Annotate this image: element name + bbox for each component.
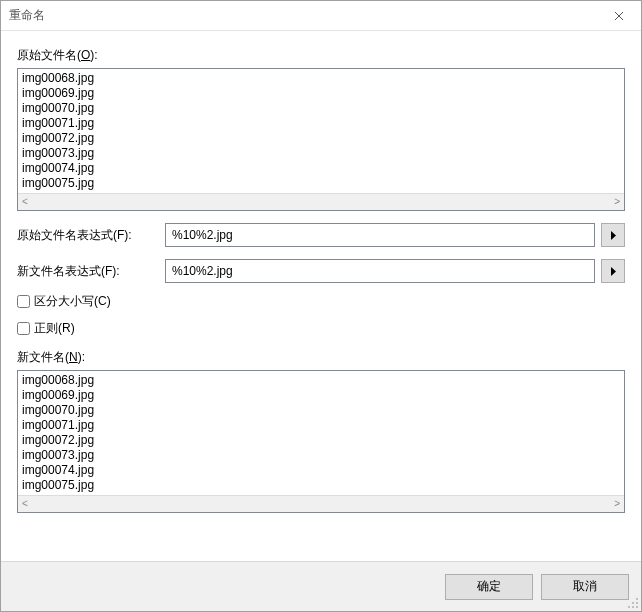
list-item[interactable]: img00072.jpg	[22, 131, 620, 146]
original-expression-menu-button[interactable]	[601, 223, 625, 247]
new-filenames-listbox[interactable]: img00068.jpgimg00069.jpgimg00070.jpgimg0…	[18, 371, 624, 495]
titlebar: 重命名	[1, 1, 641, 31]
cancel-button[interactable]: 取消	[541, 574, 629, 600]
regex-row: 正则(R)	[17, 320, 625, 337]
list-item[interactable]: img00068.jpg	[22, 373, 620, 388]
horizontal-scrollbar[interactable]: < >	[18, 495, 624, 512]
svg-point-1	[632, 602, 634, 604]
svg-point-4	[632, 606, 634, 608]
horizontal-scrollbar[interactable]: < >	[18, 193, 624, 210]
window-title: 重命名	[9, 7, 45, 24]
list-item[interactable]: img00074.jpg	[22, 463, 620, 478]
new-filenames-listbox-wrap: img00068.jpgimg00069.jpgimg00070.jpgimg0…	[17, 370, 625, 513]
original-filenames-label: 原始文件名(O):	[17, 47, 625, 64]
list-item[interactable]: img00069.jpg	[22, 86, 620, 101]
svg-point-2	[636, 602, 638, 604]
regex-checkbox[interactable]	[17, 322, 30, 335]
scroll-left-icon[interactable]: <	[22, 197, 28, 207]
regex-label[interactable]: 正则(R)	[34, 320, 75, 337]
svg-point-5	[636, 606, 638, 608]
close-button[interactable]	[597, 1, 641, 31]
list-item[interactable]: img00073.jpg	[22, 146, 620, 161]
list-item[interactable]: img00071.jpg	[22, 116, 620, 131]
scroll-right-icon[interactable]: >	[614, 499, 620, 509]
resize-grip-icon[interactable]	[627, 597, 639, 609]
list-item[interactable]: img00074.jpg	[22, 161, 620, 176]
play-icon	[610, 267, 617, 276]
scroll-left-icon[interactable]: <	[22, 499, 28, 509]
dialog-content: 原始文件名(O): img00068.jpgimg00069.jpgimg000…	[1, 31, 641, 561]
new-expression-label: 新文件名表达式(F):	[17, 263, 159, 280]
close-icon	[614, 11, 624, 21]
list-item[interactable]: img00075.jpg	[22, 176, 620, 191]
new-expression-input[interactable]	[165, 259, 595, 283]
svg-point-0	[636, 598, 638, 600]
ok-button[interactable]: 确定	[445, 574, 533, 600]
original-expression-row: 原始文件名表达式(F):	[17, 223, 625, 247]
original-filenames-listbox-wrap: img00068.jpgimg00069.jpgimg00070.jpgimg0…	[17, 68, 625, 211]
case-sensitive-row: 区分大小写(C)	[17, 293, 625, 310]
scroll-right-icon[interactable]: >	[614, 197, 620, 207]
list-item[interactable]: img00072.jpg	[22, 433, 620, 448]
original-filenames-listbox[interactable]: img00068.jpgimg00069.jpgimg00070.jpgimg0…	[18, 69, 624, 193]
case-sensitive-checkbox[interactable]	[17, 295, 30, 308]
rename-dialog: 重命名 原始文件名(O): img00068.jpgimg00069.jpgim…	[0, 0, 642, 612]
original-expression-label: 原始文件名表达式(F):	[17, 227, 159, 244]
list-item[interactable]: img00070.jpg	[22, 101, 620, 116]
list-item[interactable]: img00071.jpg	[22, 418, 620, 433]
dialog-footer: 确定 取消	[1, 561, 641, 611]
new-filenames-label: 新文件名(N):	[17, 349, 625, 366]
svg-point-3	[628, 606, 630, 608]
new-expression-row: 新文件名表达式(F):	[17, 259, 625, 283]
play-icon	[610, 231, 617, 240]
list-item[interactable]: img00068.jpg	[22, 71, 620, 86]
list-item[interactable]: img00073.jpg	[22, 448, 620, 463]
case-sensitive-label[interactable]: 区分大小写(C)	[34, 293, 111, 310]
list-item[interactable]: img00069.jpg	[22, 388, 620, 403]
list-item[interactable]: img00075.jpg	[22, 478, 620, 493]
list-item[interactable]: img00070.jpg	[22, 403, 620, 418]
original-expression-input[interactable]	[165, 223, 595, 247]
new-expression-menu-button[interactable]	[601, 259, 625, 283]
